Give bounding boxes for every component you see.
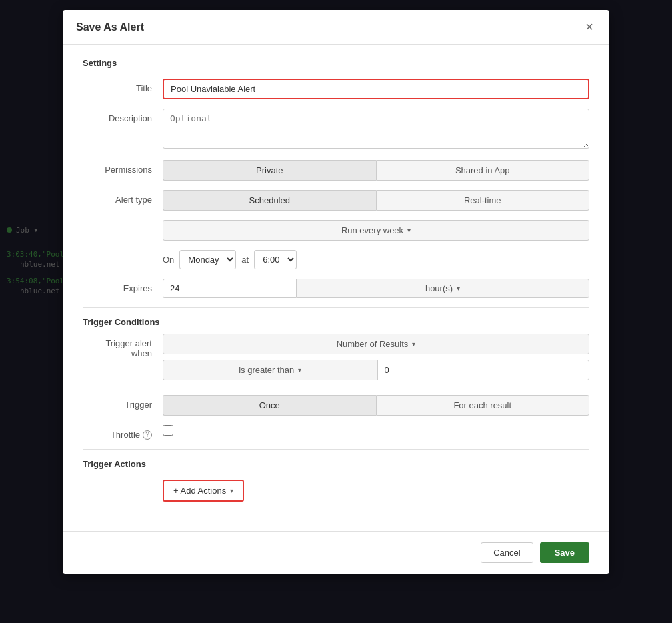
expires-row: Expires hour(s) ▾ <box>83 279 589 298</box>
expires-label: Expires <box>83 279 163 293</box>
alert-type-realtime-button[interactable]: Real-time <box>376 190 590 211</box>
add-actions-button[interactable]: + Add Actions ▾ <box>163 480 244 502</box>
expires-unit-dropdown[interactable]: hour(s) ▾ <box>296 279 589 298</box>
condition-operator-dropdown[interactable]: is greater than ▾ <box>163 360 377 380</box>
settings-section-title: Settings <box>83 58 589 68</box>
throttle-label-cell: Throttle ? <box>83 425 163 440</box>
permissions-label: Permissions <box>83 160 163 175</box>
permissions-shared-button[interactable]: Shared in App <box>376 160 590 181</box>
throttle-checkbox-wrap <box>163 425 589 436</box>
trigger-alert-when-control: Number of Results ▾ is greater than ▾ <box>163 334 589 386</box>
trigger-actions-title: Trigger Actions <box>83 459 589 469</box>
alert-type-row: Alert type Scheduled Real-time <box>83 190 589 211</box>
trigger-when-dropdown[interactable]: Number of Results ▾ <box>163 334 589 354</box>
throttle-row: Throttle ? <box>83 425 589 440</box>
save-as-alert-modal: Save As Alert × Settings Title Descripti… <box>63 10 609 574</box>
alert-type-scheduled-button[interactable]: Scheduled <box>163 190 376 211</box>
trigger-type-label: Trigger <box>83 395 163 410</box>
day-select[interactable]: Monday <box>179 250 236 269</box>
schedule-row: Run every week ▾ <box>83 220 589 241</box>
schedule-caret-icon: ▾ <box>407 227 411 234</box>
save-button[interactable]: Save <box>540 542 589 563</box>
expires-control: hour(s) ▾ <box>163 279 589 298</box>
description-textarea[interactable] <box>163 109 589 149</box>
expires-input[interactable] <box>163 279 296 298</box>
trigger-alert-when-label: Trigger alert when <box>83 334 163 358</box>
at-label: at <box>241 255 249 265</box>
trigger-once-button[interactable]: Once <box>163 395 376 416</box>
time-select[interactable]: 6:00 <box>254 250 297 269</box>
description-row: Description <box>83 109 589 151</box>
throttle-label: Throttle <box>111 430 140 440</box>
modal-overlay: Save As Alert × Settings Title Descripti… <box>0 0 672 623</box>
alert-type-toggle-group: Scheduled Real-time <box>163 190 589 211</box>
schedule-control: Run every week ▾ <box>163 220 589 241</box>
expires-wrap: hour(s) ▾ <box>163 279 589 298</box>
add-actions-caret-icon: ▾ <box>230 487 233 494</box>
on-label: On <box>163 255 174 265</box>
description-control <box>163 109 589 151</box>
modal-header: Save As Alert × <box>63 10 609 45</box>
permissions-toggle-group: Private Shared in App <box>163 160 589 181</box>
modal-title: Save As Alert <box>76 21 144 33</box>
modal-footer: Cancel Save <box>63 531 609 574</box>
trigger-conditions-title: Trigger Conditions <box>83 317 589 327</box>
throttle-help-icon[interactable]: ? <box>143 430 152 440</box>
title-row: Title <box>83 79 589 99</box>
alert-type-label: Alert type <box>83 190 163 205</box>
schedule-spacer <box>83 220 163 225</box>
title-label: Title <box>83 79 163 93</box>
close-button[interactable]: × <box>583 19 596 35</box>
condition-row: is greater than ▾ <box>163 360 589 380</box>
throttle-checkbox[interactable] <box>163 425 173 436</box>
alert-type-control: Scheduled Real-time <box>163 190 589 211</box>
permissions-row: Permissions Private Shared in App <box>83 160 589 181</box>
trigger-type-row: Trigger Once For each result <box>83 395 589 416</box>
expires-unit-label: hour(s) <box>425 283 453 293</box>
add-actions-control: + Add Actions ▾ <box>163 480 589 502</box>
add-actions-spacer <box>83 480 163 484</box>
cancel-button[interactable]: Cancel <box>481 542 533 563</box>
trigger-when-caret-icon: ▾ <box>412 340 415 348</box>
permissions-control: Private Shared in App <box>163 160 589 181</box>
on-at-row: On Monday at 6:00 <box>83 250 589 269</box>
condition-value-input[interactable] <box>377 360 590 380</box>
schedule-dropdown-button[interactable]: Run every week ▾ <box>163 220 589 241</box>
trigger-type-control: Once For each result <box>163 395 589 416</box>
expires-caret-icon: ▾ <box>457 285 460 292</box>
condition-operator-caret-icon: ▾ <box>298 366 301 374</box>
title-input[interactable] <box>163 79 589 99</box>
condition-operator-label: is greater than <box>239 365 294 375</box>
schedule-dropdown-label: Run every week <box>341 225 403 235</box>
on-at-spacer <box>83 250 163 255</box>
section-divider-2 <box>83 449 589 450</box>
trigger-when-label: Number of Results <box>337 339 409 349</box>
section-divider-1 <box>83 307 589 308</box>
trigger-alert-when-row: Trigger alert when Number of Results ▾ i… <box>83 334 589 386</box>
throttle-control <box>163 425 589 436</box>
description-label: Description <box>83 109 163 123</box>
title-control <box>163 79 589 99</box>
permissions-private-button[interactable]: Private <box>163 160 376 181</box>
trigger-each-button[interactable]: For each result <box>376 395 590 416</box>
add-actions-row: + Add Actions ▾ <box>83 480 589 502</box>
modal-body: Settings Title Description Permissions <box>63 45 609 524</box>
on-at-control: On Monday at 6:00 <box>163 250 589 269</box>
add-actions-label: + Add Actions <box>173 486 226 496</box>
on-at-inner: On Monday at 6:00 <box>163 250 589 269</box>
trigger-type-toggle-group: Once For each result <box>163 395 589 416</box>
